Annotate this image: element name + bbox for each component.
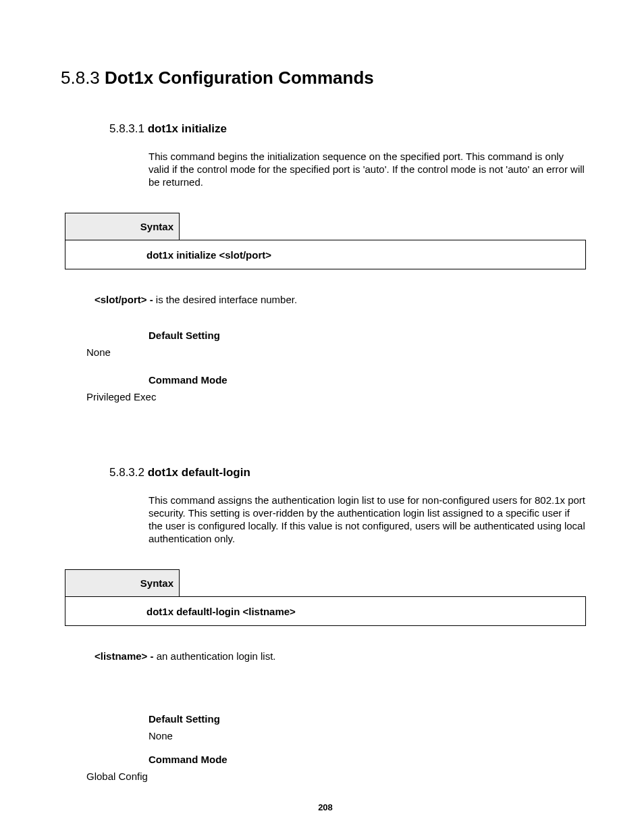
command-mode-label: Command Mode xyxy=(149,754,590,765)
syntax-label: Syntax xyxy=(65,213,180,240)
parameter-name: <listname> - xyxy=(95,650,157,662)
default-setting-value: None xyxy=(86,346,590,358)
command-number: 5.8.3.2 xyxy=(109,466,144,479)
command-number: 5.8.3.1 xyxy=(109,122,144,135)
default-setting-value: None xyxy=(149,730,590,741)
command-heading: 5.8.3.1 dot1x initialize xyxy=(109,122,590,136)
syntax-block: Syntax dot1x initialize <slot/port> xyxy=(65,213,586,269)
command-title: dot1x initialize xyxy=(148,122,227,135)
syntax-text: dot1x defaultl-login <listname> xyxy=(65,596,586,626)
command-title: dot1x default-login xyxy=(148,466,250,479)
command-heading: 5.8.3.2 dot1x default-login xyxy=(109,466,590,479)
parameter-desc: is the desired interface number. xyxy=(156,294,297,305)
syntax-text: dot1x initialize <slot/port> xyxy=(65,240,586,269)
command-mode-value: Global Config xyxy=(86,771,590,782)
page-number: 208 xyxy=(61,802,590,812)
command-mode-value: Privileged Exec xyxy=(86,391,590,402)
parameter-desc: an authentication login list. xyxy=(157,650,276,662)
parameter-line: <slot/port> - is the desired interface n… xyxy=(95,294,590,305)
command-mode-label: Command Mode xyxy=(149,374,590,386)
default-setting-label: Default Setting xyxy=(149,330,590,341)
command-description: This command assigns the authentication … xyxy=(149,494,586,545)
default-setting-label: Default Setting xyxy=(149,713,590,725)
section-heading: 5.8.3 Dot1x Configuration Commands xyxy=(61,68,590,88)
section-title: Dot1x Configuration Commands xyxy=(105,68,374,88)
section-number: 5.8.3 xyxy=(61,68,100,88)
parameter-name: <slot/port> - xyxy=(95,294,156,305)
page-content: 5.8.3 Dot1x Configuration Commands 5.8.3… xyxy=(0,0,644,834)
command-description: This command begins the initialization s… xyxy=(149,151,586,188)
parameter-line: <listname> - an authentication login lis… xyxy=(95,650,590,662)
syntax-label: Syntax xyxy=(65,569,180,596)
syntax-block: Syntax dot1x defaultl-login <listname> xyxy=(65,569,586,626)
